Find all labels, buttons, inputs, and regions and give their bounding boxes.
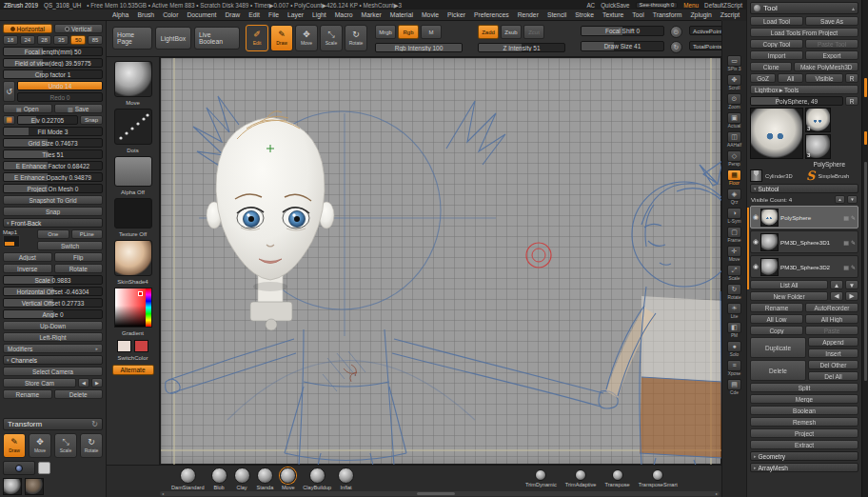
- sculpt-mode-button[interactable]: Zadd: [478, 25, 499, 39]
- export-button[interactable]: Export: [805, 50, 858, 60]
- append-button[interactable]: Append: [808, 337, 858, 347]
- alpha-thumbnail[interactable]: [114, 156, 152, 187]
- menu-item[interactable]: Movie: [422, 11, 439, 18]
- camera-button[interactable]: [3, 461, 35, 475]
- transform-mode-button[interactable]: ✥ Move: [29, 433, 51, 458]
- offset-slider[interactable]: Horizontal Offset -0.46304: [3, 287, 103, 296]
- rgb-intensity-slider[interactable]: Rgb Intensity 100: [375, 43, 463, 52]
- subtool-row[interactable]: ◉ PM3D_Sphere3D1 ▦ ✎: [750, 230, 858, 253]
- material-thumb[interactable]: [25, 478, 44, 495]
- brush-button[interactable]: Inflat: [338, 467, 354, 490]
- goz-all-button[interactable]: All: [778, 73, 803, 83]
- polypaint-icon[interactable]: ▦: [843, 214, 849, 221]
- copy-subtool-button[interactable]: Copy: [750, 326, 803, 335]
- scroll-right-icon[interactable]: ▸: [714, 491, 720, 496]
- round-shelf-icon[interactable]: ↻: [670, 41, 682, 53]
- draw-size-slider[interactable]: Draw Size 41: [581, 41, 664, 51]
- snap-small-button[interactable]: Snap: [80, 115, 103, 125]
- scrollbar-thumb[interactable]: [864, 162, 867, 381]
- paint-mode-button[interactable]: M: [421, 25, 442, 39]
- current-brush-thumbnail[interactable]: [114, 61, 152, 97]
- undo-history-icon[interactable]: ↺: [3, 81, 15, 102]
- horizontal-scrollbar[interactable]: ◂ ▸: [160, 491, 720, 496]
- shelf-toggle-button[interactable]: ▦ Floor: [727, 169, 741, 186]
- orientation-horizontal-button[interactable]: Horizontal: [3, 24, 52, 33]
- current-tool-thumbnail[interactable]: [750, 108, 803, 159]
- tool-button[interactable]: TrimAdaptive: [565, 469, 597, 487]
- sculpt-icon[interactable]: ✎: [851, 264, 856, 270]
- menu-item[interactable]: Alpha: [112, 11, 128, 18]
- paint-mode-button[interactable]: Mrgb: [375, 25, 396, 39]
- save-button[interactable]: ▥Save: [54, 104, 104, 113]
- menu-item[interactable]: Document: [187, 11, 216, 18]
- subtool-action-button[interactable]: Merge: [750, 394, 858, 404]
- lightbox-button[interactable]: LightBox: [155, 27, 191, 50]
- secondary-color-swatch[interactable]: [134, 340, 148, 352]
- transform-mode-button[interactable]: ⤡ Scale: [54, 433, 77, 458]
- tool-button[interactable]: Transpose: [604, 469, 629, 487]
- menu-item[interactable]: Zscript: [720, 11, 740, 18]
- quicksave-button[interactable]: QuickSave: [601, 2, 629, 9]
- switch-color-button[interactable]: SwitchColor: [117, 354, 148, 362]
- rotate-button[interactable]: Rotate: [54, 264, 104, 273]
- redo-slider[interactable]: Redo 0: [17, 92, 103, 102]
- see-through-slider[interactable]: See-through 0: [636, 2, 679, 9]
- delete-subtool-button[interactable]: Delete: [750, 360, 806, 381]
- prev-cam-button[interactable]: ◀: [78, 378, 89, 388]
- menu-item[interactable]: Draw: [225, 11, 240, 18]
- del-other-button[interactable]: Del Other: [808, 360, 858, 369]
- channels-section-header[interactable]: ▾Channels: [3, 355, 103, 365]
- mode-button[interactable]: ✐ Edit: [246, 25, 268, 51]
- switch-button[interactable]: Switch: [37, 241, 103, 250]
- delete-button[interactable]: Delete: [54, 389, 104, 399]
- subtool-action-button[interactable]: Boolean: [750, 406, 858, 415]
- cylinder3d-tool[interactable]: Cylinder3D: [750, 169, 802, 182]
- rename-button[interactable]: Rename: [3, 389, 52, 399]
- open-button[interactable]: ▤Open: [3, 104, 52, 113]
- panel-scrollbar[interactable]: [861, 0, 868, 497]
- shelf-toggle-button[interactable]: ◫ AAHalf: [727, 131, 741, 148]
- size-button[interactable]: 28: [37, 35, 52, 45]
- subtool-action-button[interactable]: Extract: [750, 440, 858, 449]
- default-zscript-button[interactable]: DefaultZScript: [704, 2, 742, 9]
- polypaint-icon[interactable]: ▦: [843, 239, 849, 246]
- shelf-toggle-button[interactable]: ⤢ Scale: [727, 265, 741, 281]
- offset-slider[interactable]: Scale 0.9883: [3, 275, 103, 285]
- fold-right-button[interactable]: ▶: [845, 291, 858, 301]
- scroll-down-button[interactable]: ▼: [847, 195, 858, 204]
- fold-left-button[interactable]: ◀: [830, 291, 843, 301]
- grid-slider[interactable]: Grid Size 0.74673: [3, 138, 103, 148]
- color-picker[interactable]: [114, 288, 152, 328]
- menu-item[interactable]: Marker: [362, 11, 382, 18]
- up-down-button[interactable]: Up-Down: [3, 321, 103, 330]
- size-button[interactable]: 50: [70, 35, 86, 45]
- snap-button[interactable]: Snap: [3, 207, 103, 216]
- sculpt-mode-button[interactable]: Zcut: [523, 25, 544, 39]
- paste-subtool-button[interactable]: Paste: [805, 326, 858, 335]
- one-button[interactable]: One: [37, 229, 69, 239]
- visibility-eye-icon[interactable]: ◉: [753, 238, 759, 246]
- geometry-section-header[interactable]: ▸ Geometry: [750, 451, 858, 461]
- load-tools-from-project-button[interactable]: Load Tools From Project: [750, 28, 858, 37]
- flip-button[interactable]: Flip: [54, 252, 104, 262]
- sculpt-icon[interactable]: ✎: [851, 239, 856, 246]
- transform-mode-button[interactable]: ✎ Draw: [3, 433, 26, 458]
- import-button[interactable]: Import: [750, 50, 803, 60]
- live-boolean-button[interactable]: Live Boolean: [194, 27, 240, 50]
- gradient-toggle[interactable]: Gradient: [122, 329, 144, 337]
- transform-header[interactable]: Transform ↻: [3, 418, 103, 430]
- paste-tool-button[interactable]: Paste Tool: [805, 39, 858, 49]
- menu-item[interactable]: Macro: [335, 11, 353, 18]
- shelf-toggle-button[interactable]: ✛ Move: [727, 246, 741, 262]
- mode-button[interactable]: ✥ Move: [295, 25, 318, 51]
- menu-item[interactable]: Material: [390, 11, 413, 18]
- tool-button[interactable]: TransposeSmart: [639, 469, 678, 487]
- grid-slider[interactable]: E Enhance Opacity 0.94879: [3, 172, 103, 182]
- main-color-swatch[interactable]: [117, 340, 131, 352]
- new-folder-button[interactable]: New Folder: [750, 291, 828, 301]
- inverse-button[interactable]: Inverse: [3, 264, 52, 273]
- adjust-button[interactable]: Adjust: [3, 252, 52, 262]
- paint-mode-button[interactable]: Rgb: [398, 25, 419, 39]
- duplicate-button[interactable]: Duplicate: [750, 337, 806, 358]
- tool-button[interactable]: TrimDynamic: [525, 469, 557, 487]
